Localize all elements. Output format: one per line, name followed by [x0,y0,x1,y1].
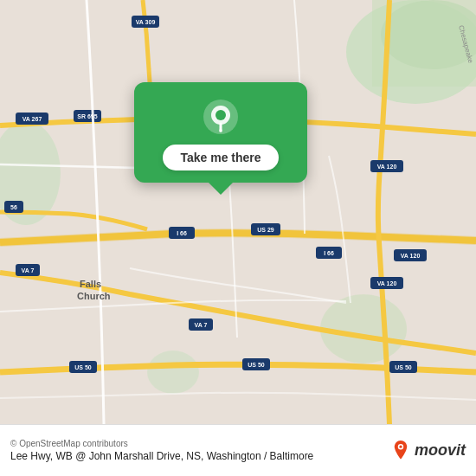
svg-text:US 50: US 50 [248,362,265,368]
svg-point-5 [147,351,199,394]
svg-text:VA 120: VA 120 [377,164,397,170]
take-me-there-button[interactable]: Take me there [163,145,278,170]
svg-text:I 66: I 66 [324,250,334,256]
svg-text:I 66: I 66 [177,230,187,236]
svg-text:Falls: Falls [80,279,101,289]
moovit-logo[interactable]: moovit [390,441,466,461]
svg-text:56: 56 [10,204,17,210]
map-container[interactable]: I 66 US 29 I 66 VA 120 VA 120 VA 120 VA … [0,0,476,424]
location-text: Lee Hwy, WB @ John Marshall Drive, NS, W… [10,450,313,462]
moovit-brand-text: moovit [415,441,466,460]
svg-point-6 [320,294,407,363]
svg-text:VA 7: VA 7 [22,267,35,273]
location-pin-icon [202,98,240,136]
svg-point-44 [219,129,222,132]
map-svg: I 66 US 29 I 66 VA 120 VA 120 VA 120 VA … [0,0,476,424]
svg-text:SR 695: SR 695 [77,113,97,119]
svg-text:VA 7: VA 7 [195,322,208,328]
svg-point-43 [215,110,226,120]
svg-point-46 [399,445,402,447]
svg-text:VA 120: VA 120 [377,280,397,286]
svg-text:Church: Church [77,291,111,301]
moovit-pin-icon [390,441,411,461]
svg-text:VA 120: VA 120 [401,253,421,259]
info-bar: © OpenStreetMap contributors Lee Hwy, WB… [0,424,476,476]
svg-text:US 50: US 50 [74,364,92,370]
svg-text:US 50: US 50 [395,364,412,370]
svg-text:US 29: US 29 [257,227,274,233]
svg-text:VA 309: VA 309 [136,19,156,25]
svg-text:VA 267: VA 267 [23,116,42,122]
copyright-text: © OpenStreetMap contributors [10,439,313,448]
info-left: © OpenStreetMap contributors Lee Hwy, WB… [10,439,313,462]
location-popup: Take me there [134,82,307,183]
